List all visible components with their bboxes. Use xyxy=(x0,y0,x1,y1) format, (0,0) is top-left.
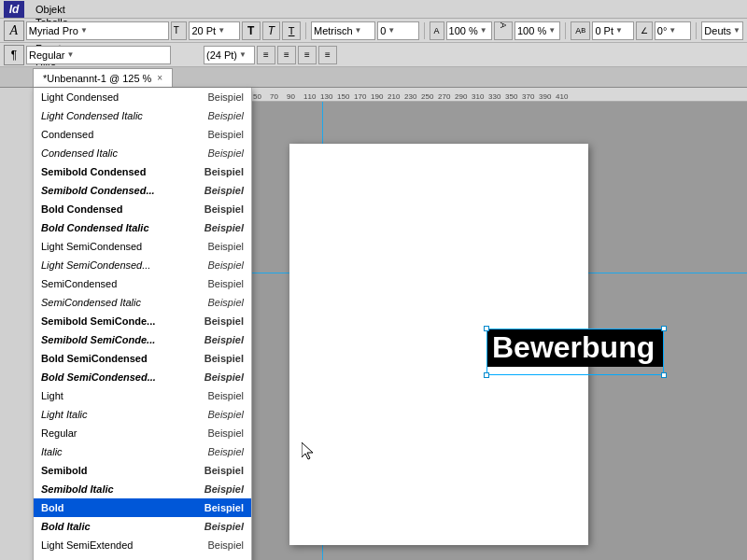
font-list-item-name: Condensed Italic xyxy=(41,147,188,159)
font-list-item-name: Bold Italic xyxy=(41,521,188,532)
sep4 xyxy=(696,22,697,39)
sep1 xyxy=(305,22,306,39)
font-list-item[interactable]: Semibold SemiConde...Beispiel xyxy=(34,330,251,349)
scale2-dropdown[interactable]: 100 % ▼ xyxy=(514,21,560,40)
font-list-item[interactable]: Light ItalicBeispiel xyxy=(34,405,251,424)
style-btn-3[interactable]: T xyxy=(282,21,301,40)
tab-close-btn[interactable]: × xyxy=(157,73,162,83)
kern-arrow: ▼ xyxy=(388,26,395,35)
font-list-item-name: Light Condensed xyxy=(41,91,188,103)
font-list-item[interactable]: Bold CondensedBeispiel xyxy=(34,200,251,218)
font-list-item-name: Semibold Condensed... xyxy=(41,185,188,196)
style-dropdown[interactable]: Regular ▼ xyxy=(26,46,171,64)
font-list-item-sample: Beispiel xyxy=(188,465,244,476)
font-list-item[interactable]: Light CondensedBeispiel xyxy=(34,88,251,106)
font-list-item[interactable]: ItalicBeispiel xyxy=(34,442,251,461)
font-list-item-sample: Beispiel xyxy=(188,371,244,383)
scale2-arrow: ▼ xyxy=(548,26,556,35)
font-name-dropdown[interactable]: Myriad Pro ▼ xyxy=(26,21,169,40)
canvas-area[interactable]: 3050709011013015017019021023025027029031… xyxy=(219,88,747,560)
menu-item-objekt[interactable]: Objekt xyxy=(30,3,91,16)
font-list-item-sample: Beispiel xyxy=(188,110,244,121)
kern-dropdown[interactable]: 0 ▼ xyxy=(377,21,418,40)
align-justify-btn[interactable]: ≡ xyxy=(318,46,337,64)
handle-br[interactable] xyxy=(661,372,667,378)
font-list-item-name: Light SemiExtended xyxy=(41,539,188,551)
font-list-item[interactable]: Semibold ItalicBeispiel xyxy=(34,480,251,498)
metrics-dropdown[interactable]: Metrisch ▼ xyxy=(311,21,375,40)
font-list-item-name: Semibold xyxy=(41,465,188,476)
font-list-item-sample: Beispiel xyxy=(188,185,244,196)
font-list-item[interactable]: Semibold CondensedBeispiel xyxy=(34,162,251,181)
font-list-item[interactable]: Light SemiExtended I...Beispiel xyxy=(34,554,251,560)
character-tool-icon[interactable]: A xyxy=(4,21,24,41)
style-btn-1[interactable]: T xyxy=(242,21,261,40)
font-list-item-sample: Beispiel xyxy=(188,278,244,289)
paragraph-tool-icon[interactable]: ¶ xyxy=(4,45,24,65)
font-list-item-name: SemiCondensed xyxy=(41,278,188,289)
font-size-dropdown[interactable]: 20 Pt ▼ xyxy=(189,21,239,40)
handle-tl[interactable] xyxy=(484,326,489,331)
size2-dropdown[interactable]: (24 Pt) ▼ xyxy=(204,46,255,64)
font-size-value: 20 Pt xyxy=(191,25,216,36)
size2-arrow: ▼ xyxy=(239,50,247,59)
font-list-item[interactable]: Bold SemiCondensed...Beispiel xyxy=(34,368,251,386)
font-list-item-sample: Beispiel xyxy=(188,427,244,439)
baseline-arrow: ▼ xyxy=(615,26,623,35)
lang-arrow: ▼ xyxy=(733,26,740,35)
font-list-item-name: Semibold Condensed xyxy=(41,166,188,177)
angle-dropdown[interactable]: 0° ▼ xyxy=(655,21,692,40)
font-list-item[interactable]: SemiboldBeispiel xyxy=(34,461,251,480)
font-list-item-sample: Beispiel xyxy=(188,502,244,513)
font-list-item[interactable]: Condensed ItalicBeispiel xyxy=(34,144,251,162)
font-list-item[interactable]: Bold Condensed ItalicBeispiel xyxy=(34,218,251,237)
font-list-item-name: Light Condensed Italic xyxy=(41,110,188,121)
handle-bl[interactable] xyxy=(484,372,489,378)
angle-arrow: ▼ xyxy=(669,26,676,35)
text-frame[interactable]: Bewerbung xyxy=(486,329,664,375)
lang-dropdown[interactable]: Deuts ▼ xyxy=(701,21,743,40)
font-list-item[interactable]: Light SemiCondensedBeispiel xyxy=(34,237,251,256)
font-list-item[interactable]: RegularBeispiel xyxy=(34,424,251,442)
font-list-item-sample: Beispiel xyxy=(188,297,244,308)
font-list-item[interactable]: LightBeispiel xyxy=(34,386,251,405)
font-list-item-name: Light SemiCondensed... xyxy=(41,259,188,271)
scale1-value: 100 % xyxy=(449,25,478,36)
font-list-item[interactable]: Bold SemiCondensedBeispiel xyxy=(34,349,251,368)
font-list-item[interactable]: SemiCondensedBeispiel xyxy=(34,274,251,293)
scale-b-icon[interactable]: A xyxy=(494,21,513,40)
font-list-item-sample: Beispiel xyxy=(188,166,244,177)
scale1-dropdown[interactable]: 100 % ▼ xyxy=(446,21,492,40)
baseline-icon[interactable]: AB xyxy=(571,21,590,40)
text-frame-border xyxy=(486,329,664,375)
font-list-item[interactable]: Light SemiCondensed...Beispiel xyxy=(34,256,251,274)
style-btn-2[interactable]: T xyxy=(262,21,281,40)
handle-tr[interactable] xyxy=(661,326,667,331)
font-list-item[interactable]: Semibold SemiConde...Beispiel xyxy=(34,312,251,330)
font-list-item[interactable]: Semibold Condensed...Beispiel xyxy=(34,181,251,200)
font-list-item[interactable]: Bold ItalicBeispiel xyxy=(34,517,251,536)
font-list-item-name: Bold Condensed xyxy=(41,203,188,215)
align-center-btn[interactable]: ≡ xyxy=(277,46,296,64)
font-list-item[interactable]: SemiCondensed ItalicBeispiel xyxy=(34,293,251,312)
font-list-item[interactable]: Light SemiExtendedBeispiel xyxy=(34,536,251,554)
baseline-dropdown[interactable]: 0 Pt ▼ xyxy=(592,21,633,40)
align-right-btn[interactable]: ≡ xyxy=(298,46,317,64)
font-icon-btn[interactable]: T xyxy=(171,21,188,40)
document-tab[interactable]: *Unbenannt-1 @ 125 % × xyxy=(33,68,173,87)
align-left-btn[interactable]: ≡ xyxy=(257,46,275,64)
font-list-item[interactable]: CondensedBeispiel xyxy=(34,125,251,144)
font-list-item-sample: Beispiel xyxy=(188,446,244,457)
angle-icon[interactable]: ∠ xyxy=(636,21,653,40)
baseline-value: 0 Pt xyxy=(595,25,613,36)
font-list-item-name: SemiCondensed Italic xyxy=(41,297,188,308)
font-list-item-sample: Beispiel xyxy=(188,390,244,401)
font-list-item-name: Light xyxy=(41,390,188,401)
metrics-arrow: ▼ xyxy=(355,26,362,35)
font-list-item[interactable]: BoldBeispiel xyxy=(34,498,251,517)
font-list-item-name: Bold Condensed Italic xyxy=(41,222,188,233)
font-list-item[interactable]: Light Condensed ItalicBeispiel xyxy=(34,106,251,125)
font-list-item-sample: Beispiel xyxy=(188,483,244,495)
angle-value: 0° xyxy=(657,25,668,36)
scale-a-icon[interactable]: A xyxy=(430,21,444,40)
